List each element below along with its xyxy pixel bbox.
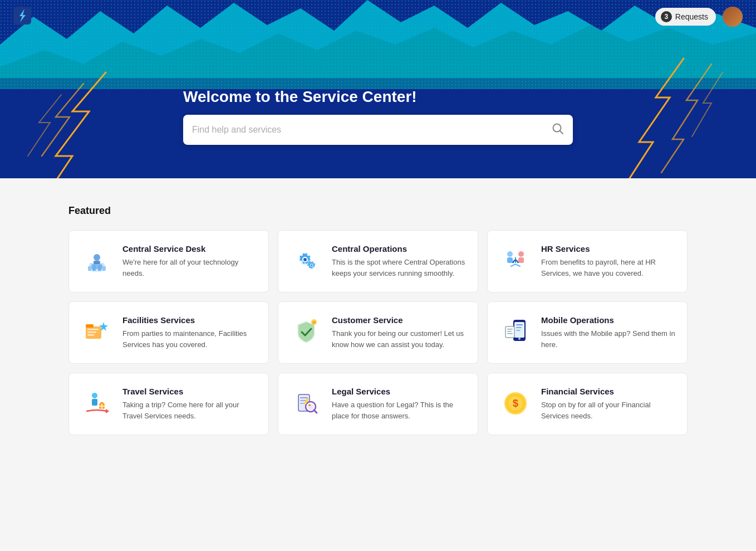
card-text-financial-services: Financial Services Stop on by for all of…	[541, 387, 676, 421]
svg-rect-10	[94, 261, 100, 264]
requests-button[interactable]: 3 Requests	[655, 8, 716, 26]
card-icon-customer-service	[289, 315, 323, 349]
requests-label: Requests	[675, 12, 708, 21]
lightning-logo-icon	[13, 7, 31, 25]
card-hr-services[interactable]: HR Services From benefits to payroll, he…	[487, 230, 688, 292]
card-desc-travel-services: Taking a trip? Come here for all your Tr…	[122, 399, 257, 421]
card-title-customer-service: Customer Service	[332, 315, 467, 325]
card-central-service-desk[interactable]: Central Service Desk We're here for all …	[68, 230, 269, 292]
avatar-image	[723, 7, 743, 27]
svg-point-43	[92, 393, 97, 398]
hero-content: Welcome to the Service Center!	[183, 88, 573, 145]
svg-rect-37	[516, 327, 522, 328]
svg-rect-52	[300, 397, 308, 398]
card-title-financial-services: Financial Services	[541, 387, 676, 396]
card-desc-facilities-services: From parties to maintenance, Facilities …	[122, 328, 257, 350]
card-desc-customer-service: Thank you for being our customer! Let us…	[332, 328, 467, 350]
main-content: Featured Central	[55, 178, 701, 457]
card-icon-hr-services	[499, 244, 532, 277]
svg-rect-29	[87, 331, 96, 333]
card-desc-central-operations: This is the spot where Central Operation…	[332, 257, 467, 279]
card-icon-mobile-operations	[499, 315, 532, 349]
svg-point-21	[507, 251, 513, 257]
lightning-right	[572, 56, 739, 178]
card-legal-services[interactable]: Legal Services Have a question for Legal…	[278, 373, 478, 435]
requests-count-badge: 3	[661, 11, 672, 22]
svg-rect-40	[507, 329, 513, 330]
card-icon-central-operations	[289, 244, 323, 277]
svg-rect-22	[507, 257, 513, 263]
card-title-hr-services: HR Services	[541, 244, 676, 253]
card-desc-legal-services: Have a question for Legal? This is the p…	[332, 399, 467, 421]
card-mobile-operations[interactable]: Mobile Operations Issues with the Mobile…	[487, 301, 688, 364]
card-travel-services[interactable]: Travel Services Taking a trip? Come here…	[68, 373, 269, 435]
svg-point-17	[303, 258, 307, 261]
svg-rect-39	[505, 326, 514, 338]
hero-section: 3 Requests Welcome to the Service Center…	[0, 0, 756, 178]
svg-rect-27	[86, 324, 94, 328]
svg-point-56	[308, 404, 314, 410]
card-desc-mobile-operations: Issues with the Mobile app? Send them in…	[541, 328, 676, 350]
svg-point-35	[518, 338, 521, 340]
featured-section-title: Featured	[68, 205, 688, 217]
svg-marker-45	[106, 409, 109, 413]
svg-rect-11	[88, 266, 91, 271]
card-text-mobile-operations: Mobile Operations Issues with the Mobile…	[541, 315, 676, 350]
card-title-legal-services: Legal Services	[332, 387, 467, 396]
card-desc-hr-services: From benefits to payroll, here at HR Ser…	[541, 257, 676, 279]
card-text-travel-services: Travel Services Taking a trip? Come here…	[122, 387, 257, 421]
navbar: 3 Requests	[0, 0, 756, 33]
card-text-central-service-desk: Central Service Desk We're here for all …	[122, 244, 257, 279]
svg-rect-38	[516, 330, 521, 331]
card-icon-financial-services: $	[499, 387, 532, 420]
card-desc-central-service-desk: We're here for all of your technology ne…	[122, 257, 257, 279]
card-title-facilities-services: Facilities Services	[122, 315, 257, 325]
service-cards-grid: Central Service Desk We're here for all …	[68, 230, 688, 435]
svg-rect-14	[98, 265, 101, 271]
svg-rect-13	[102, 266, 106, 271]
card-text-legal-services: Legal Services Have a question for Legal…	[332, 387, 467, 421]
svg-rect-41	[507, 331, 512, 332]
svg-rect-12	[92, 265, 96, 271]
svg-rect-24	[518, 257, 524, 263]
hero-title: Welcome to the Service Center!	[183, 88, 573, 106]
card-title-mobile-operations: Mobile Operations	[541, 315, 676, 325]
card-financial-services[interactable]: $ Financial Services Stop on by for all …	[487, 373, 688, 435]
card-facilities-services[interactable]: Facilities Services From parties to main…	[68, 301, 269, 364]
svg-point-9	[94, 254, 100, 261]
app-logo[interactable]	[13, 7, 31, 27]
svg-point-20	[311, 265, 313, 266]
card-desc-financial-services: Stop on by for all of your Financial Ser…	[541, 399, 676, 421]
card-text-facilities-services: Facilities Services From parties to main…	[122, 315, 257, 350]
user-avatar[interactable]	[723, 7, 743, 27]
card-title-central-service-desk: Central Service Desk	[122, 244, 257, 253]
svg-text:$: $	[513, 398, 518, 409]
search-bar	[183, 115, 573, 145]
svg-rect-44	[92, 399, 97, 406]
card-title-travel-services: Travel Services	[122, 387, 257, 396]
card-icon-central-service-desk	[80, 244, 114, 277]
svg-rect-42	[507, 333, 513, 334]
card-text-customer-service: Customer Service Thank you for being our…	[332, 315, 467, 350]
search-icon	[552, 123, 564, 137]
search-input[interactable]	[192, 125, 546, 135]
card-customer-service[interactable]: Customer Service Thank you for being our…	[278, 301, 478, 364]
svg-rect-28	[87, 329, 99, 330]
card-title-central-operations: Central Operations	[332, 244, 467, 253]
svg-rect-30	[87, 334, 94, 336]
card-central-operations[interactable]: Central Operations This is the spot wher…	[278, 230, 478, 292]
card-icon-travel-services	[80, 387, 114, 420]
card-text-central-operations: Central Operations This is the spot wher…	[332, 244, 467, 279]
card-icon-facilities-services	[80, 315, 114, 349]
svg-rect-36	[516, 324, 523, 325]
card-icon-legal-services	[289, 387, 323, 420]
lightning-left	[17, 67, 139, 178]
svg-line-5	[560, 131, 563, 134]
nav-right: 3 Requests	[655, 7, 743, 27]
svg-line-57	[314, 410, 317, 413]
card-text-hr-services: HR Services From benefits to payroll, he…	[541, 244, 676, 279]
svg-point-23	[518, 251, 524, 257]
